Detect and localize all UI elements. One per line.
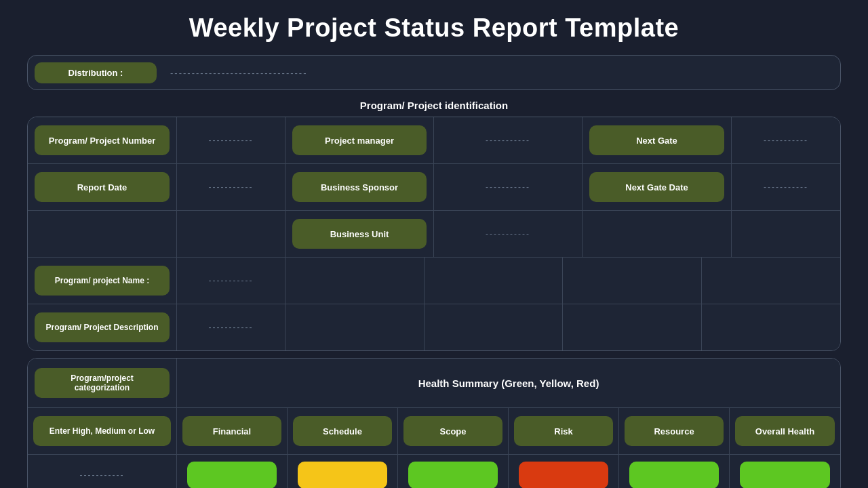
enter-label: Enter High, Medium or Low [33, 416, 171, 446]
project-desc-label-cell: Program/ Project Description [28, 304, 177, 350]
id-row-4: Program/ project Name : ----------- [28, 258, 840, 304]
project-manager-value[interactable]: ----------- [434, 117, 583, 163]
row4-empty2 [425, 258, 564, 304]
program-number-value[interactable]: ----------- [177, 117, 285, 163]
scope-status[interactable] [408, 462, 497, 488]
business-sponsor-label-cell: Business Sponsor [285, 164, 434, 210]
program-number-dashed: ----------- [209, 136, 254, 145]
row3-empty3 [583, 211, 732, 257]
next-gate-label-cell: Next Gate [583, 117, 732, 163]
risk-value-cell[interactable] [509, 455, 619, 488]
business-unit-label-cell: Business Unit [285, 211, 434, 257]
report-date-value[interactable]: ----------- [177, 164, 285, 210]
business-sponsor-value[interactable]: ----------- [434, 164, 583, 210]
id-row-1: Program/ Project Number ----------- Proj… [28, 117, 840, 164]
id-row-3: Business Unit ----------- [28, 211, 840, 258]
project-manager-label-cell: Project manager [285, 117, 434, 163]
schedule-status[interactable] [298, 462, 387, 488]
next-gate-dashed: ----------- [764, 136, 808, 145]
risk-status[interactable] [519, 462, 608, 488]
id-row-2: Report Date ----------- Business Sponsor… [28, 164, 840, 211]
report-date-label: Report Date [35, 172, 170, 202]
next-gate-date-value[interactable]: ----------- [732, 164, 840, 210]
business-unit-label: Business Unit [292, 219, 427, 249]
project-desc-value[interactable]: ----------- [177, 304, 285, 350]
project-name-label-cell: Program/ project Name : [28, 258, 177, 304]
schedule-col: Schedule [288, 408, 398, 454]
identification-table: Program/ Project Number ----------- Proj… [27, 117, 841, 351]
next-gate-value[interactable]: ----------- [732, 117, 840, 163]
row3-empty1 [28, 211, 177, 257]
financial-col: Financial [177, 408, 288, 454]
identification-section-title: Program/ Project identification [27, 100, 841, 111]
health-entry-dashed: ----------- [80, 470, 125, 480]
distribution-row: Distribution : -------------------------… [27, 55, 841, 90]
next-gate-date-dashed: ----------- [764, 182, 808, 192]
enter-label-cell: Enter High, Medium or Low [28, 408, 177, 454]
report-date-label-cell: Report Date [28, 164, 177, 210]
resource-col: Resource [619, 408, 730, 454]
overall-health-status[interactable] [740, 462, 829, 488]
id-row-5: Program/ Project Description ----------- [28, 304, 840, 350]
overall-health-value-cell[interactable] [730, 455, 840, 488]
financial-status[interactable] [187, 462, 276, 488]
page-title: Weekly Project Status Report Template [27, 14, 841, 43]
row5-empty2 [425, 304, 564, 350]
health-cols-row: Enter High, Medium or Low Financial Sche… [28, 408, 840, 455]
project-manager-label: Project manager [292, 125, 427, 155]
health-values-row: ----------- [28, 455, 840, 488]
business-unit-dashed: ----------- [486, 229, 530, 239]
program-number-label: Program/ Project Number [35, 125, 170, 155]
next-gate-label: Next Gate [589, 125, 724, 155]
health-entry-value[interactable]: ----------- [28, 455, 177, 488]
row5-empty4 [702, 304, 841, 350]
business-unit-value[interactable]: ----------- [434, 211, 583, 257]
page-container: Weekly Project Status Report Template Di… [0, 0, 868, 488]
schedule-value-cell[interactable] [288, 455, 398, 488]
risk-col: Risk [509, 408, 619, 454]
row4-empty4 [702, 258, 841, 304]
row4-empty3 [563, 258, 702, 304]
financial-value-cell[interactable] [177, 455, 288, 488]
business-sponsor-dashed: ----------- [486, 182, 530, 192]
overall-health-col: Overall Health [730, 408, 840, 454]
resource-label: Resource [625, 416, 724, 446]
next-gate-date-label: Next Gate Date [589, 172, 724, 202]
scope-label: Scope [403, 416, 502, 446]
categorization-label: Program/project categorization [35, 368, 170, 398]
risk-label: Risk [514, 416, 613, 446]
project-manager-dashed: ----------- [486, 136, 530, 145]
schedule-label: Schedule [293, 416, 392, 446]
resource-value-cell[interactable] [619, 455, 730, 488]
distribution-label: Distribution : [35, 62, 157, 83]
project-name-label: Program/ project Name : [35, 266, 170, 296]
business-sponsor-label: Business Sponsor [292, 172, 427, 202]
project-desc-label: Program/ Project Description [35, 312, 170, 342]
row3-empty4 [732, 211, 840, 257]
program-number-label-cell: Program/ Project Number [28, 117, 177, 163]
health-title-row: Program/project categorization Health Su… [28, 359, 840, 408]
row5-empty1 [285, 304, 425, 350]
project-name-value[interactable]: ----------- [177, 258, 285, 304]
project-desc-dashed: ----------- [209, 323, 254, 332]
financial-label: Financial [182, 416, 281, 446]
project-name-dashed: ----------- [209, 276, 254, 285]
scope-col: Scope [398, 408, 509, 454]
row3-empty2 [177, 211, 285, 257]
health-table: Program/project categorization Health Su… [27, 358, 841, 488]
distribution-value: -------------------------------- [157, 68, 308, 78]
scope-value-cell[interactable] [398, 455, 509, 488]
row4-empty1 [285, 258, 425, 304]
categorization-label-cell: Program/project categorization [28, 359, 177, 407]
resource-status[interactable] [629, 462, 718, 488]
report-date-dashed: ----------- [209, 182, 254, 192]
health-section-title: Health Summary (Green, Yellow, Red) [177, 359, 840, 407]
overall-health-label: Overall Health [735, 416, 835, 446]
row5-empty3 [563, 304, 702, 350]
next-gate-date-label-cell: Next Gate Date [583, 164, 732, 210]
